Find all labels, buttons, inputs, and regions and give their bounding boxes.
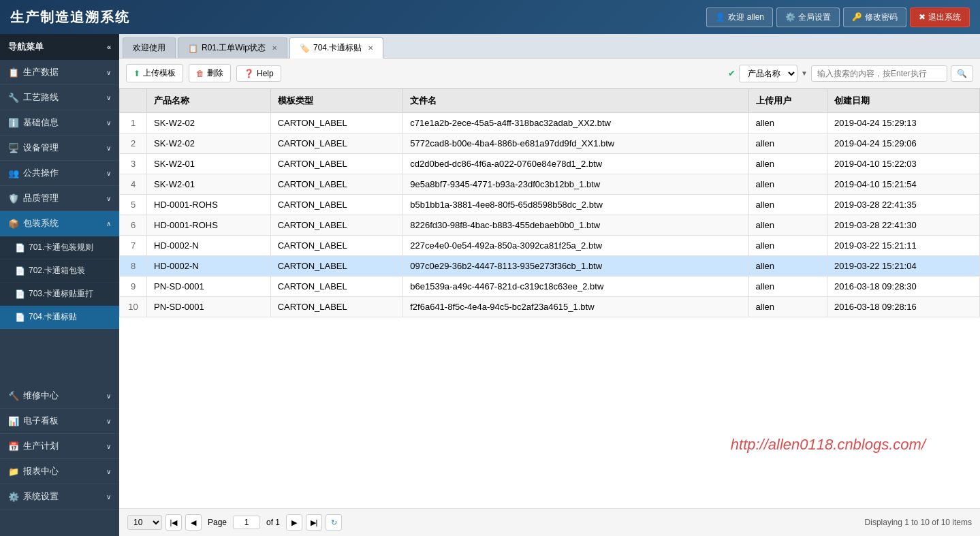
sidebar-item-public-ops[interactable]: 👥 公共操作 ∨ [0,161,119,186]
sub-icon: 📄 [15,266,25,276]
search-input[interactable] [811,65,947,82]
tab-label: R01.工单Wip状态 [202,42,266,54]
cell-num: 8 [120,256,147,277]
page-number-input[interactable] [233,516,260,529]
sidebar-item-701[interactable]: 📄 701.卡通包装规则 [0,236,119,259]
search-btn[interactable]: 🔍 [951,65,973,82]
sidebar-item-equipment[interactable]: 🖥️ 设备管理 ∨ [0,136,119,161]
chevron-down-icon: ∨ [106,119,111,127]
sidebar-item-process-route[interactable]: 🔧 工艺路线 ∨ [0,85,119,110]
cell-num: 2 [120,133,147,154]
sidebar-item-basic-info[interactable]: ℹ️ 基础信息 ∨ [0,110,119,136]
sidebar-item-label: 生产数据 [23,66,59,78]
prev-page-btn[interactable]: ◀ [185,514,202,531]
sub-icon: 📄 [15,289,25,299]
user-icon: 👤 [715,12,725,22]
cell-type: CARTON_LABEL [270,113,403,133]
cell-user: allen [748,154,827,174]
sidebar-item-quality[interactable]: 🛡️ 品质管理 ∨ [0,186,119,211]
sidebar-sub-menu: 📄 701.卡通包装规则 📄 702.卡通箱包装 📄 703.卡通标贴重打 📄 … [0,236,119,329]
table-row[interactable]: 5 HD-0001-ROHS CARTON_LABEL b5b1bb1a-388… [120,195,980,215]
sidebar-item-system[interactable]: ⚙️ 系统设置 ∨ [0,484,119,509]
sidebar-item-label: 维修中心 [23,390,59,402]
table-row[interactable]: 4 SK-W2-01 CARTON_LABEL 9e5a8bf7-9345-47… [120,174,980,195]
table-row[interactable]: 1 SK-W2-02 CARTON_LABEL c71e1a2b-2ece-45… [120,113,980,133]
process-route-icon: 🔧 [8,93,19,103]
cell-date: 2019-03-22 15:21:11 [827,236,979,256]
header-actions: 👤 欢迎 allen ⚙️ 全局设置 🔑 修改密码 ✖ 退出系统 [706,7,970,27]
close-tab-704[interactable]: ✕ [368,44,373,52]
table-row[interactable]: 7 HD-0002-N CARTON_LABEL 227ce4e0-0e54-4… [120,236,980,256]
chevron-down-icon: ∨ [106,493,111,501]
sidebar-item-kanban[interactable]: 📊 电子看板 ∨ [0,409,119,434]
sidebar-item-label: 品质管理 [23,192,59,204]
sidebar-item-label: 报表中心 [23,465,59,477]
cell-type: CARTON_LABEL [270,277,403,297]
cell-num: 4 [120,174,147,195]
cell-date: 2019-03-28 22:41:35 [827,195,979,215]
table-row[interactable]: 6 HD-0001-ROHS CARTON_LABEL 8226fd30-98f… [120,215,980,236]
public-ops-icon: 👥 [8,168,19,178]
production-plan-icon: 📅 [8,441,19,452]
next-page-btn[interactable]: ▶ [286,514,302,531]
cell-date: 2019-04-10 15:22:03 [827,154,979,174]
cell-date: 2019-04-24 15:29:06 [827,133,979,154]
header: 生产制造追溯系统 👤 欢迎 allen ⚙️ 全局设置 🔑 修改密码 ✖ 退出系… [0,0,980,34]
tab-icon: 🏷️ [300,44,310,53]
table-row[interactable]: 8 HD-0002-N CARTON_LABEL 097c0e29-36b2-4… [120,256,980,277]
quality-icon: 🛡️ [8,193,19,204]
tab-704[interactable]: 🏷️ 704.卡通标贴 ✕ [289,37,383,59]
change-password-btn[interactable]: 🔑 修改密码 [843,7,906,27]
sidebar-header: 导航菜单 « [0,34,119,60]
table-row[interactable]: 9 PN-SD-0001 CARTON_LABEL b6e1539a-a49c-… [120,277,980,297]
upload-template-btn[interactable]: ⬆ 上传模板 [126,64,183,82]
sidebar-item-packaging[interactable]: 📦 包装系统 ∧ [0,211,119,236]
cell-user: allen [748,215,827,236]
chevron-down-icon: ∨ [106,69,111,76]
sidebar-item-report[interactable]: 📁 报表中心 ∨ [0,459,119,484]
tab-r01[interactable]: 📋 R01.工单Wip状态 ✕ [178,37,287,58]
tab-label: 欢迎使用 [133,42,165,54]
refresh-btn[interactable]: ↻ [326,514,342,531]
col-num [120,89,147,113]
tab-label: 704.卡通标贴 [313,42,362,54]
packaging-icon: 📦 [8,219,19,229]
delete-btn[interactable]: 🗑 删除 [189,64,231,82]
help-btn[interactable]: ❓ Help [236,65,281,82]
sidebar-item-production-plan[interactable]: 📅 生产计划 ∨ [0,434,119,459]
cell-filename: f2f6a641-8f5c-4e4a-94c5-bc2af23a4615_1.b… [403,297,748,317]
cell-product: HD-0002-N [147,236,271,256]
table-row[interactable]: 2 SK-W2-02 CARTON_LABEL 5772cad8-b00e-4b… [120,133,980,154]
tab-welcome[interactable]: 欢迎使用 [123,37,176,58]
col-user: 上传用户 [748,89,827,113]
page-label: Page [208,518,227,527]
sidebar-item-703[interactable]: 📄 703.卡通标贴重打 [0,283,119,306]
cell-num: 3 [120,154,147,174]
table-body: 1 SK-W2-02 CARTON_LABEL c71e1a2b-2ece-45… [120,113,980,317]
of-label: of 1 [266,518,280,527]
table-row[interactable]: 10 PN-SD-0001 CARTON_LABEL f2f6a641-8f5c… [120,297,980,317]
cell-num: 7 [120,236,147,256]
logout-icon: ✖ [919,12,926,22]
cell-product: PN-SD-0001 [147,297,271,317]
search-category-select[interactable]: 产品名称 模板类型 文件名 上传用户 [739,65,797,82]
tab-icon: 📋 [188,44,198,53]
sidebar-item-maintenance[interactable]: 🔨 维修中心 ∨ [0,383,119,409]
sidebar-item-label: 生产计划 [23,440,59,452]
delete-icon: 🗑 [196,69,204,78]
sidebar-item-704[interactable]: 📄 704.卡通标贴 [0,306,119,329]
first-page-btn[interactable]: |◀ [165,514,182,531]
global-settings-btn[interactable]: ⚙️ 全局设置 [776,7,840,27]
table-area: 产品名称 模板类型 文件名 上传用户 创建日期 1 SK-W2-02 CARTO… [119,89,980,508]
last-page-btn[interactable]: ▶| [306,514,322,531]
settings-icon: ⚙️ [785,12,795,22]
close-tab-r01[interactable]: ✕ [272,44,277,52]
page-size-select[interactable]: 10 20 50 100 [127,515,162,530]
chevron-up-icon: ∧ [106,220,111,227]
chevron-down-icon: ∨ [106,468,111,475]
logout-btn[interactable]: ✖ 退出系统 [910,7,970,27]
sidebar-item-702[interactable]: 📄 702.卡通箱包装 [0,259,119,283]
basic-info-icon: ℹ️ [8,118,19,128]
sidebar-item-production-data[interactable]: 📋 生产数据 ∨ [0,60,119,85]
table-row[interactable]: 3 SK-W2-01 CARTON_LABEL cd2d0bed-dc86-4f… [120,154,980,174]
